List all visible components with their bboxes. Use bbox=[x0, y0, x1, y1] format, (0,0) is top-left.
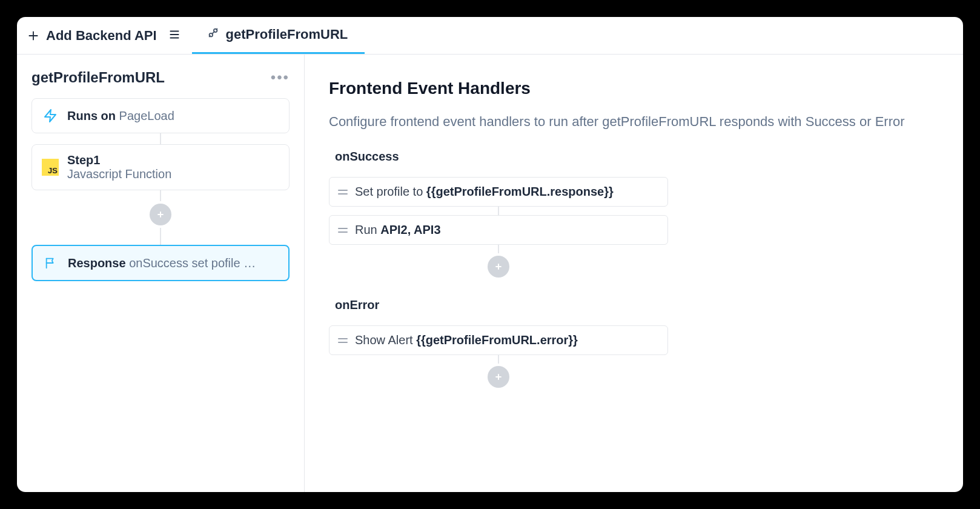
handler-set-profile[interactable]: Set profile to {{getProfileFromURL.respo… bbox=[329, 177, 668, 207]
response-label: Response bbox=[68, 256, 126, 270]
main-heading: Frontend Event Handlers bbox=[329, 79, 939, 98]
bolt-icon bbox=[42, 107, 59, 124]
step-card-step1[interactable]: JS Step1 Javascript Function bbox=[31, 144, 290, 190]
toolbar: Add Backend API getProfileFromURL bbox=[17, 17, 963, 55]
connector bbox=[498, 355, 499, 364]
drag-handle-icon[interactable] bbox=[338, 188, 348, 196]
add-backend-api-button[interactable]: Add Backend API bbox=[27, 28, 157, 44]
plus-icon bbox=[27, 29, 40, 42]
response-card[interactable]: Response onSuccess set pofile … bbox=[31, 245, 290, 281]
onsuccess-label: onSuccess bbox=[335, 150, 939, 164]
trigger-value: PageLoad bbox=[119, 109, 174, 122]
plug-icon bbox=[207, 26, 220, 43]
handler-text-prefix: Set profile to bbox=[355, 185, 426, 198]
step1-title: Step1 bbox=[67, 153, 171, 167]
response-summary: onSuccess set pofile … bbox=[129, 256, 256, 270]
onerror-group: Show Alert {{getProfileFromURL.error}} bbox=[329, 325, 668, 390]
handler-run-apis[interactable]: Run API2, API3 bbox=[329, 215, 668, 245]
add-backend-api-label: Add Backend API bbox=[46, 28, 157, 44]
drag-handle-icon[interactable] bbox=[338, 227, 348, 234]
handler-text-bold: {{getProfileFromURL.response}} bbox=[426, 185, 614, 198]
add-onerror-handler-button[interactable] bbox=[488, 366, 509, 388]
app-frame: Add Backend API getProfileFromURL getPro… bbox=[17, 17, 963, 492]
step1-subtitle: Javascript Function bbox=[67, 167, 171, 181]
drag-handle-icon[interactable] bbox=[338, 337, 348, 344]
add-step-button[interactable] bbox=[150, 204, 171, 225]
main-panel: Frontend Event Handlers Configure fronte… bbox=[305, 55, 963, 492]
connector bbox=[160, 228, 161, 245]
menu-icon[interactable] bbox=[168, 28, 181, 44]
svg-marker-2 bbox=[45, 110, 56, 122]
connector bbox=[498, 245, 499, 253]
body: getProfileFromURL ••• Runs on PageLoad J… bbox=[17, 55, 963, 492]
sidebar-header: getProfileFromURL ••• bbox=[31, 69, 290, 86]
onerror-label: onError bbox=[335, 298, 939, 312]
toolbar-left-group: Add Backend API bbox=[27, 17, 192, 54]
sidebar-title: getProfileFromURL bbox=[31, 69, 165, 86]
javascript-icon: JS bbox=[42, 159, 59, 176]
handler-text-bold: API2, API3 bbox=[380, 223, 440, 236]
handler-text-prefix: Show Alert bbox=[355, 333, 416, 347]
trigger-card[interactable]: Runs on PageLoad bbox=[31, 98, 290, 133]
onsuccess-group: Set profile to {{getProfileFromURL.respo… bbox=[329, 177, 668, 280]
flag-icon bbox=[42, 254, 59, 271]
connector bbox=[498, 207, 499, 215]
main-description: Configure frontend event handlers to run… bbox=[329, 111, 910, 131]
handler-text-prefix: Run bbox=[355, 223, 380, 236]
connector bbox=[160, 133, 161, 144]
tab-getprofilefromurl[interactable]: getProfileFromURL bbox=[192, 17, 365, 54]
sidebar-more-icon[interactable]: ••• bbox=[271, 69, 290, 86]
sidebar: getProfileFromURL ••• Runs on PageLoad J… bbox=[17, 55, 305, 492]
trigger-label: Runs on bbox=[67, 109, 116, 122]
handler-text-bold: {{getProfileFromURL.error}} bbox=[416, 333, 578, 347]
add-onsuccess-handler-button[interactable] bbox=[488, 256, 509, 278]
handler-show-alert[interactable]: Show Alert {{getProfileFromURL.error}} bbox=[329, 325, 668, 355]
tab-label: getProfileFromURL bbox=[226, 27, 348, 42]
connector bbox=[160, 190, 161, 201]
